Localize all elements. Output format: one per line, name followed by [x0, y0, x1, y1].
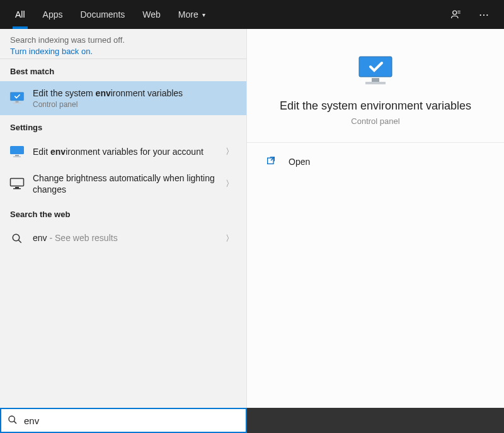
result-web[interactable]: env - See web results 〉: [0, 224, 246, 253]
feedback-icon[interactable]: [442, 0, 470, 29]
more-options-icon[interactable]: ⋯: [470, 0, 498, 29]
taskbar-search-area: [0, 408, 504, 433]
result-title: Edit the system environment variables: [33, 87, 238, 99]
preview-title: Edit the system environment variables: [266, 99, 485, 113]
open-icon: [266, 155, 280, 167]
search-tabs: All Apps Documents Web More ▾ ⋯: [0, 0, 504, 29]
svg-rect-3: [13, 103, 21, 104]
tab-apps[interactable]: Apps: [34, 0, 72, 29]
chevron-right-icon[interactable]: 〉: [222, 146, 238, 157]
svg-point-16: [9, 416, 14, 422]
search-icon: [9, 230, 25, 247]
tab-web[interactable]: Web: [134, 0, 169, 29]
result-title: env - See web results: [33, 232, 222, 244]
svg-line-11: [18, 240, 21, 243]
svg-line-17: [14, 421, 16, 424]
svg-rect-6: [13, 156, 21, 157]
preview-monitor-check-icon: [266, 54, 485, 88]
result-settings-1[interactable]: Change brightness automatically when lig…: [0, 166, 246, 201]
chevron-right-icon[interactable]: 〉: [222, 233, 238, 244]
monitor-outline-icon: [9, 176, 25, 192]
result-subtitle: Control panel: [33, 100, 238, 109]
result-title: Change brightness automatically when lig…: [33, 172, 222, 195]
svg-rect-7: [11, 179, 24, 186]
svg-point-0: [453, 11, 457, 14]
action-label: Open: [289, 157, 310, 167]
tab-documents[interactable]: Documents: [71, 0, 134, 29]
indexing-notice: Search indexing was turned off. Turn ind…: [0, 29, 246, 59]
tab-more[interactable]: More ▾: [169, 0, 214, 29]
section-settings: Settings: [0, 115, 246, 137]
tab-more-label: More: [178, 9, 198, 20]
tab-all[interactable]: All: [6, 0, 34, 29]
monitor-icon: [9, 143, 25, 160]
chevron-down-icon: ▾: [202, 11, 205, 18]
results-pane: Search indexing was turned off. Turn ind…: [0, 29, 247, 408]
svg-rect-4: [10, 146, 24, 154]
result-settings-0[interactable]: Edit environment variables for your acco…: [0, 137, 246, 166]
preview-subtitle: Control panel: [266, 116, 485, 126]
search-input[interactable]: [24, 415, 239, 426]
result-title: Edit environment variables for your acco…: [33, 146, 222, 157]
section-best-match: Best match: [0, 59, 246, 81]
svg-rect-2: [16, 101, 19, 103]
monitor-check-icon: [9, 90, 25, 106]
chevron-right-icon[interactable]: 〉: [222, 178, 238, 189]
result-best-match[interactable]: Edit the system environment variables Co…: [0, 81, 246, 115]
search-icon: [8, 415, 18, 427]
svg-rect-13: [372, 78, 379, 82]
svg-rect-5: [15, 155, 19, 156]
svg-rect-12: [359, 57, 392, 77]
preview-pane: Edit the system environment variables Co…: [247, 29, 504, 408]
search-box[interactable]: [0, 408, 247, 433]
action-open[interactable]: Open: [247, 147, 504, 176]
svg-rect-8: [15, 187, 19, 188]
turn-indexing-on-link[interactable]: Turn indexing back on.: [10, 47, 93, 56]
svg-rect-9: [13, 188, 21, 189]
section-search-web: Search the web: [0, 202, 246, 224]
svg-point-10: [13, 234, 20, 241]
svg-rect-1: [10, 93, 23, 101]
indexing-notice-text: Search indexing was turned off.: [10, 35, 236, 45]
svg-rect-14: [365, 82, 386, 84]
